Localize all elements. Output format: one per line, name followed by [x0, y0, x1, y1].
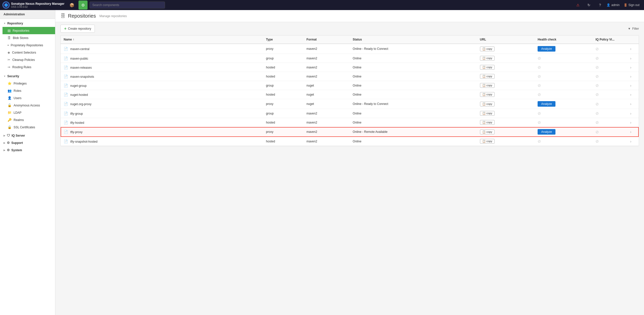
health-disabled-icon: ⊘: [538, 92, 541, 97]
table-row: 📄 tfly-hosted hostedmaven2Online📋 copy⊘⊘…: [61, 118, 639, 127]
table-row: 📄 tfly-snapshot-hosted hostedmaven2Onlin…: [61, 137, 639, 146]
repo-name: tfly-snapshot-hosted: [70, 140, 97, 143]
blob-stores-icon: 🗄: [8, 36, 11, 40]
sidebar-item-routing-rules[interactable]: ⇒ Routing Rules: [3, 63, 55, 71]
sidebar-item-blob-stores[interactable]: 🗄 Blob Stores: [3, 34, 55, 42]
sidebar-group-repository[interactable]: ▼ Repository: [0, 20, 55, 27]
sidebar-section-security: ▼ Security ⭐ Privileges 👥 Roles 👤 Users …: [0, 72, 55, 132]
sidebar-item-label: Realms: [14, 118, 24, 122]
chevron-right-icon: ▶: [4, 134, 5, 137]
create-btn-label: Create repository: [68, 27, 91, 30]
repo-type: group: [263, 54, 303, 63]
help-icon[interactable]: ?: [595, 1, 605, 10]
col-header-url: URL: [477, 35, 535, 44]
chevron-right-icon: ▶: [4, 149, 5, 151]
sidebar-item-privileges[interactable]: ⭐ Privileges: [3, 80, 55, 87]
sidebar-item-system[interactable]: ▶ ⚙ System: [0, 146, 55, 154]
repo-format: maven2: [303, 127, 350, 137]
toolbar: + Create repository ▼ Filter: [55, 22, 644, 35]
sidebar-group-security[interactable]: ▼ Security: [0, 73, 55, 80]
sidebar-item-ssl-certs[interactable]: 🔒 SSL Certificates: [3, 124, 55, 131]
repo-status: Online: [350, 90, 477, 99]
user-info[interactable]: 👤 admin: [607, 3, 620, 7]
row-expand-icon[interactable]: ›: [630, 84, 631, 88]
copy-url-button[interactable]: 📋 copy: [480, 102, 495, 106]
row-expand-icon[interactable]: ›: [630, 121, 631, 125]
copy-url-button[interactable]: 📋 copy: [480, 120, 495, 125]
sidebar-item-support[interactable]: ▶ ⚙ Support: [0, 139, 55, 146]
refresh-icon[interactable]: ↻: [584, 1, 593, 10]
copy-url-button[interactable]: 📋 copy: [480, 47, 495, 51]
repo-status: Online - Ready to Connect: [350, 99, 477, 109]
repo-status: Online - Ready to Connect: [350, 44, 477, 54]
iq-disabled-icon: ⊘: [595, 47, 599, 51]
repo-name: maven-public: [70, 57, 88, 60]
sidebar-item-cleanup-policies[interactable]: ✂ Cleanup Policies: [3, 56, 55, 63]
repositories-icon: ▤: [8, 29, 11, 32]
iq-disabled-icon: ⊘: [595, 139, 599, 143]
copy-url-button[interactable]: 📋 copy: [480, 74, 495, 79]
copy-url-button[interactable]: 📋 copy: [480, 92, 495, 97]
row-expand-icon[interactable]: ›: [630, 56, 631, 60]
row-expand-icon[interactable]: ›: [630, 102, 631, 106]
health-disabled-icon: ⊘: [538, 74, 541, 78]
app-layout: Administration ▼ Repository ▤ Repositori…: [0, 10, 644, 315]
iq-disabled-icon: ⊘: [595, 92, 599, 97]
row-expand-icon[interactable]: ›: [630, 130, 631, 134]
alert-icon[interactable]: ⚠: [573, 1, 582, 10]
sidebar-item-label: Cleanup Policies: [12, 58, 35, 62]
col-header-name[interactable]: Name ↑: [61, 35, 263, 44]
table-header-row: Name ↑ Type Format Status URL Health che…: [61, 35, 639, 44]
sidebar-item-repositories[interactable]: ▤ Repositories: [3, 27, 55, 34]
copy-url-button[interactable]: 📋 copy: [480, 130, 495, 134]
health-disabled-icon: ⊘: [538, 83, 541, 88]
sidebar-item-realms[interactable]: 🔑 Realms: [3, 116, 55, 124]
nav-settings-icon[interactable]: ⚙: [78, 1, 88, 10]
repo-name: maven-releases: [70, 66, 92, 69]
search-input[interactable]: [90, 2, 165, 9]
page-title: Repositories: [68, 13, 96, 19]
signout-button[interactable]: 🚪 Sign out: [622, 2, 641, 8]
user-icon: 👤: [607, 3, 610, 7]
sidebar-iq-label: IQ Server: [12, 134, 25, 137]
repo-type: proxy: [263, 99, 303, 109]
sidebar-item-roles[interactable]: 👥 Roles: [3, 87, 55, 94]
copy-url-button[interactable]: 📋 copy: [480, 83, 495, 88]
health-disabled-icon: ⊘: [538, 56, 541, 60]
repo-status: Online: [350, 109, 477, 118]
row-expand-icon[interactable]: ›: [630, 74, 631, 78]
copy-url-button[interactable]: 📋 copy: [480, 56, 495, 61]
repo-format: maven2: [303, 54, 350, 63]
analyze-button[interactable]: Analyze: [538, 46, 555, 52]
repo-type: proxy: [263, 44, 303, 54]
sidebar-item-content-selectors[interactable]: ◈ Content Selectors: [3, 49, 55, 56]
sidebar-item-users[interactable]: 👤 Users: [3, 94, 55, 102]
row-expand-icon[interactable]: ›: [630, 47, 631, 51]
repo-type: hosted: [263, 72, 303, 81]
sidebar: Administration ▼ Repository ▤ Repositori…: [0, 10, 55, 315]
create-repository-button[interactable]: + Create repository: [60, 25, 95, 33]
sidebar-item-proprietary-repos[interactable]: ▪ Proprietary Repositories: [3, 42, 55, 49]
row-expand-icon[interactable]: ›: [630, 139, 631, 143]
copy-url-button[interactable]: 📋 copy: [480, 139, 495, 144]
row-expand-icon[interactable]: ›: [630, 65, 631, 69]
copy-url-button[interactable]: 📋 copy: [480, 111, 495, 116]
copy-url-button[interactable]: 📋 copy: [480, 65, 495, 70]
filter-area: ▼ Filter: [628, 27, 639, 30]
row-expand-icon[interactable]: ›: [630, 111, 631, 115]
repo-format: maven2: [303, 137, 350, 146]
sidebar-item-anonymous-access[interactable]: 🔓 Anonymous Access: [3, 102, 55, 109]
sidebar-item-iq-server[interactable]: ▶ 🛡 IQ Server: [0, 132, 55, 139]
repo-type: hosted: [263, 63, 303, 72]
user-name: admin: [611, 3, 620, 7]
sidebar-item-ldap[interactable]: 📁 LDAP: [3, 109, 55, 116]
repo-type: hosted: [263, 137, 303, 146]
iq-disabled-icon: ⊘: [595, 74, 599, 78]
row-expand-icon[interactable]: ›: [630, 93, 631, 97]
nav-browse-icon[interactable]: 📦: [67, 1, 76, 10]
analyze-button[interactable]: Analyze: [538, 129, 555, 135]
row-icon: 📄: [64, 56, 68, 60]
iq-server-icon: 🛡: [7, 134, 10, 137]
analyze-button[interactable]: Analyze: [538, 101, 555, 107]
sidebar-item-label: Content Selectors: [12, 51, 36, 54]
